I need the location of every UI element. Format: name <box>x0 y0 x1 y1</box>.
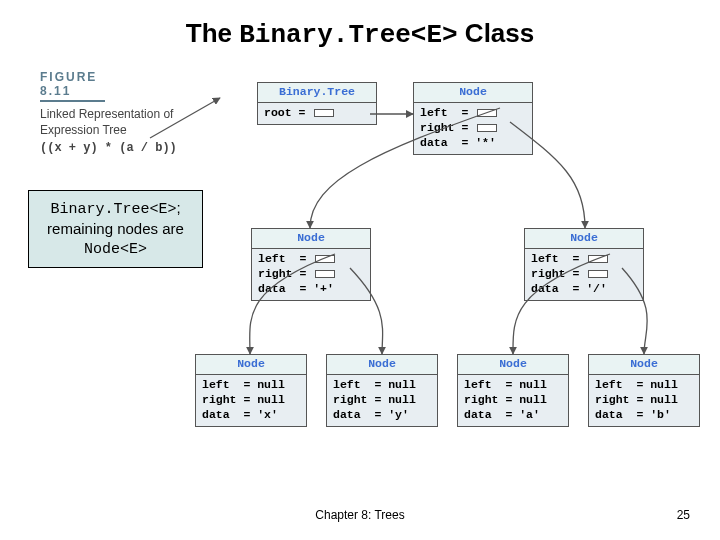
leaf-x-box: Node left = null right = null data = 'x' <box>195 354 307 427</box>
node-mul-right: right = <box>420 121 526 136</box>
leaf-y-right: right = null <box>333 393 431 408</box>
leaf-x-right: right = null <box>202 393 300 408</box>
node-div-right: right = <box>531 267 637 282</box>
leaf-b-data: data = 'b' <box>595 408 693 423</box>
node-plus-left: left = <box>258 252 364 267</box>
leaf-y-data: data = 'y' <box>333 408 431 423</box>
figure-expression: ((x + y) * (a / b)) <box>40 141 210 155</box>
leaf-y-box: Node left = null right = null data = 'y' <box>326 354 438 427</box>
title-post: Class <box>458 18 535 48</box>
binarytree-root-field: root = <box>264 106 334 119</box>
pointer-box-icon <box>588 255 608 263</box>
figure-number: FIGURE 8.11 <box>40 70 105 102</box>
node-div-data: data = '/' <box>531 282 637 297</box>
annotation-box: Binary.Tree<E>; remaining nodes are Node… <box>28 190 203 268</box>
annot-line1-code: Binary.Tree<E> <box>50 201 176 218</box>
node-plus-box: Node left = right = data = '+' <box>251 228 371 301</box>
leaf-x-data: data = 'x' <box>202 408 300 423</box>
title-code: Binary.Tree<E> <box>239 20 457 50</box>
leaf-b-box: Node left = null right = null data = 'b' <box>588 354 700 427</box>
page-title: The Binary.Tree<E> Class <box>0 18 720 50</box>
annot-line2: remaining nodes are <box>47 220 184 237</box>
leaf-b-header: Node <box>589 355 699 375</box>
node-div-box: Node left = right = data = '/' <box>524 228 644 301</box>
footer-page-number: 25 <box>677 508 690 522</box>
node-plus-data: data = '+' <box>258 282 364 297</box>
leaf-a-box: Node left = null right = null data = 'a' <box>457 354 569 427</box>
title-pre: The <box>186 18 239 48</box>
node-mul-box: Node left = right = data = '*' <box>413 82 533 155</box>
node-mul-left: left = <box>420 106 526 121</box>
node-mul-header: Node <box>414 83 532 103</box>
leaf-b-left: left = null <box>595 378 693 393</box>
leaf-x-left: left = null <box>202 378 300 393</box>
binarytree-header: Binary.Tree <box>258 83 376 103</box>
node-plus-right: right = <box>258 267 364 282</box>
pointer-box-icon <box>315 255 335 263</box>
pointer-box-icon <box>315 270 335 278</box>
leaf-a-data: data = 'a' <box>464 408 562 423</box>
leaf-y-left: left = null <box>333 378 431 393</box>
pointer-box-icon <box>588 270 608 278</box>
node-div-left: left = <box>531 252 637 267</box>
node-div-header: Node <box>525 229 643 249</box>
footer-chapter: Chapter 8: Trees <box>0 508 720 522</box>
leaf-a-left: left = null <box>464 378 562 393</box>
figure-caption: FIGURE 8.11 Linked Representation of Exp… <box>40 70 210 155</box>
figure-caption-text: Linked Representation of Expression Tree <box>40 106 210 138</box>
leaf-a-header: Node <box>458 355 568 375</box>
leaf-x-header: Node <box>196 355 306 375</box>
pointer-box-icon <box>477 109 497 117</box>
node-plus-header: Node <box>252 229 370 249</box>
annot-line1-post: ; <box>176 199 180 216</box>
leaf-a-right: right = null <box>464 393 562 408</box>
pointer-box-icon <box>477 124 497 132</box>
pointer-box-icon <box>314 109 334 117</box>
leaf-y-header: Node <box>327 355 437 375</box>
annot-line3: Node<E> <box>84 241 147 258</box>
node-mul-data: data = '*' <box>420 136 526 151</box>
leaf-b-right: right = null <box>595 393 693 408</box>
binarytree-box: Binary.Tree root = <box>257 82 377 125</box>
